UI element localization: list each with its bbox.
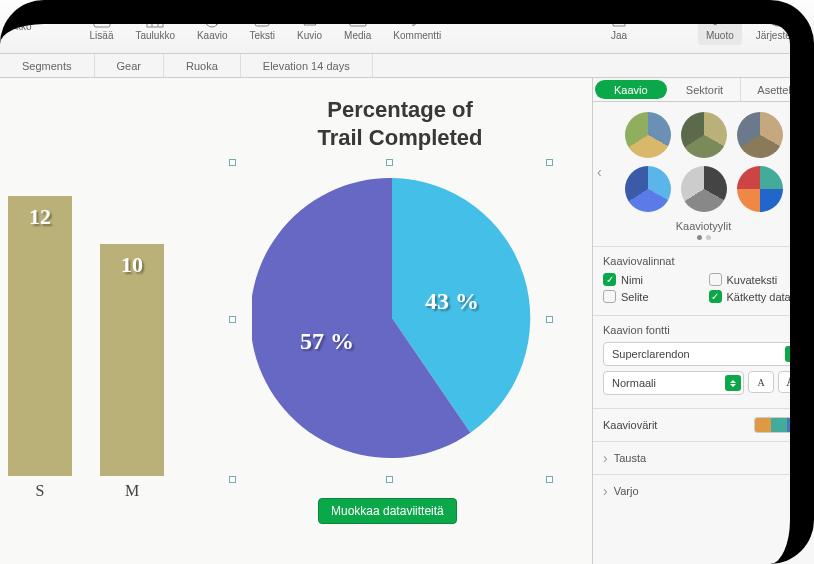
checkbox-hidden-data[interactable]: ✓Kätketty data — [709, 290, 805, 303]
plus-icon — [93, 12, 111, 28]
toolbar-btn-format[interactable]: Muoto — [698, 8, 742, 45]
styles-next[interactable]: › — [805, 164, 810, 180]
font-smaller-button[interactable]: A — [748, 371, 774, 393]
pie-icon — [203, 12, 221, 28]
svg-rect-1 — [147, 13, 163, 27]
toolbar-btn-shape[interactable]: Kuvio — [289, 8, 330, 45]
toolbar-btn-insert[interactable]: Lisää — [82, 8, 122, 45]
style-swatch-3[interactable] — [737, 112, 783, 158]
checkbox-legend[interactable]: Selite — [603, 290, 699, 303]
inspector-tab-sectors[interactable]: Sektorit — [669, 78, 742, 101]
style-swatch-2[interactable] — [681, 112, 727, 158]
disclosure-background[interactable]: Tausta — [593, 441, 814, 474]
chart-styles: ‹ › Kaaviotyylit — [593, 102, 814, 246]
style-swatch-5[interactable] — [681, 166, 727, 212]
style-swatch-1[interactable] — [625, 112, 671, 158]
table-icon — [146, 12, 164, 28]
edit-data-references-button[interactable]: Muokkaa dataviitteitä — [318, 498, 457, 524]
toolbar-btn-kko[interactable]: kko — [8, 17, 40, 36]
canvas[interactable]: 12 10 S M Percentage ofTrail Completed 5… — [0, 78, 592, 564]
comment-icon — [408, 12, 426, 28]
styles-prev[interactable]: ‹ — [597, 164, 602, 180]
bar-cat-s: S — [8, 482, 72, 500]
tab-gear[interactable]: Gear — [95, 54, 164, 77]
font-family-select[interactable]: Superclarendon — [603, 342, 804, 366]
checkbox-caption[interactable]: Kuvateksti — [709, 273, 805, 286]
tab-segments[interactable]: Segments — [0, 54, 95, 77]
style-swatch-6[interactable] — [737, 166, 783, 212]
text-icon: T — [253, 12, 271, 28]
chart-options: Kaaviovalinnat ✓Nimi Kuvateksti Selite ✓… — [593, 246, 814, 315]
bar-chart[interactable]: 12 10 S M — [0, 126, 190, 506]
shape-icon — [301, 12, 319, 28]
toolbar-btn-text[interactable]: T Teksti — [242, 8, 284, 45]
inspector: Kaavio Sektorit Asettele ‹ › Kaaviotyyli… — [592, 78, 814, 564]
svg-point-6 — [353, 17, 356, 20]
sheet-tabs: Segments Gear Ruoka Elevation 14 days — [0, 54, 814, 78]
media-icon — [349, 12, 367, 28]
disclosure-shadow[interactable]: Varjo — [593, 474, 814, 507]
inspector-tab-layout[interactable]: Asettele — [741, 78, 814, 101]
svg-point-7 — [771, 14, 783, 26]
share-icon — [610, 12, 628, 28]
bar-m: 10 — [100, 244, 164, 476]
brush-icon — [711, 12, 729, 28]
toolbar-btn-arrange[interactable]: Järjestely — [748, 8, 806, 45]
svg-text:T: T — [260, 16, 266, 26]
font-style-select[interactable]: Normaali — [603, 371, 744, 395]
color-swatches[interactable] — [754, 417, 804, 433]
checkbox-name[interactable]: ✓Nimi — [603, 273, 699, 286]
pie-label-43: 43 % — [425, 288, 479, 315]
style-swatch-4[interactable] — [625, 166, 671, 212]
pie-chart[interactable] — [252, 178, 532, 458]
svg-rect-5 — [350, 14, 366, 26]
toolbar-btn-media[interactable]: Media — [336, 8, 379, 45]
arrange-icon — [768, 12, 786, 28]
toolbar-btn-comment[interactable]: Kommentti — [385, 8, 449, 45]
pie-chart-title: Percentage ofTrail Completed — [235, 96, 565, 151]
font-larger-button[interactable]: A — [778, 371, 804, 393]
bar-cat-m: M — [100, 482, 164, 500]
tab-elevation[interactable]: Elevation 14 days — [241, 54, 373, 77]
inspector-tab-chart[interactable]: Kaavio — [595, 80, 667, 99]
toolbar-btn-share[interactable]: Jaa — [602, 8, 636, 45]
chart-colors: Kaaviovärit — [593, 408, 814, 441]
styles-label: Kaaviotyylit — [601, 220, 806, 232]
toolbar: kko Lisää Taulukko Kaavio T Teksti Kuvio… — [0, 0, 814, 54]
pie-label-57: 57 % — [300, 328, 354, 355]
tab-ruoka[interactable]: Ruoka — [164, 54, 241, 77]
toolbar-btn-chart[interactable]: Kaavio — [189, 8, 236, 45]
toolbar-btn-table[interactable]: Taulukko — [127, 8, 182, 45]
chart-font: Kaavion fontti Superclarendon Normaali A… — [593, 315, 814, 408]
svg-point-8 — [775, 18, 779, 22]
bar-s: 12 — [8, 196, 72, 476]
